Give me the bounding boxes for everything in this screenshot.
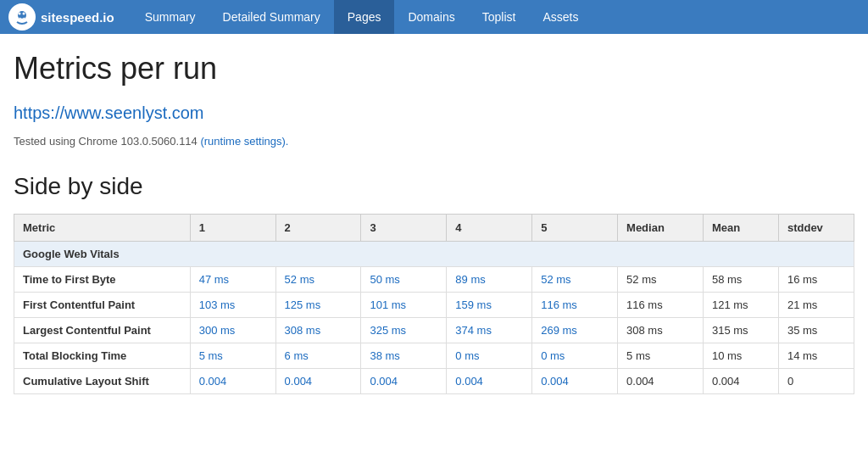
cell-col-1: 5 ms: [190, 343, 275, 369]
metric-value-link[interactable]: 0.004: [285, 375, 313, 388]
cell-col-2: 6 ms: [275, 343, 361, 369]
metrics-table: Metric 1 2 3 4 5 Median Mean stddev Goog…: [14, 214, 854, 394]
metric-value-link[interactable]: 325 ms: [370, 324, 406, 337]
metric-value-link[interactable]: 0 ms: [455, 349, 479, 362]
cell-col-2: 52 ms: [275, 267, 361, 293]
metric-value-link[interactable]: 308 ms: [285, 324, 321, 337]
cell-col-5: 269 ms: [532, 318, 618, 343]
cell-col-4: 374 ms: [447, 318, 532, 343]
cell-col-3: 50 ms: [361, 267, 447, 293]
nav-domains[interactable]: Domains: [394, 0, 468, 34]
tested-info: Tested using Chrome 103.0.5060.114 (runt…: [14, 135, 854, 148]
metric-value-link[interactable]: 38 ms: [370, 349, 399, 362]
cell-col-3: 325 ms: [361, 318, 447, 343]
logo-icon: [8, 3, 36, 31]
cell-col-5: 52 ms: [532, 267, 618, 293]
svg-point-1: [19, 13, 21, 15]
cell-col-3: 101 ms: [361, 293, 447, 318]
cell-col-2: 308 ms: [275, 318, 361, 343]
col-header-1: 1: [190, 215, 275, 242]
svg-point-2: [23, 13, 25, 15]
cell-col-5: 0 ms: [532, 343, 618, 369]
col-header-3: 3: [361, 215, 447, 242]
metric-value-link[interactable]: 52 ms: [541, 273, 570, 286]
metric-value-link[interactable]: 101 ms: [370, 298, 406, 311]
metric-value-link[interactable]: 159 ms: [455, 298, 492, 311]
page-title: Metrics per run: [14, 51, 854, 86]
cell-col-1: 0.004: [190, 369, 275, 394]
col-header-4: 4: [447, 215, 532, 242]
cell-col-8: 16 ms: [778, 267, 854, 293]
cell-col-5: 116 ms: [532, 293, 618, 318]
metric-value-link[interactable]: 6 ms: [285, 349, 309, 362]
metric-value-link[interactable]: 50 ms: [370, 273, 399, 286]
table-row: Time to First Byte47 ms52 ms50 ms89 ms52…: [14, 267, 854, 293]
metric-value-link[interactable]: 52 ms: [285, 273, 314, 286]
table-row: Largest Contentful Paint300 ms308 ms325 …: [14, 318, 854, 343]
table-row: Total Blocking Time5 ms6 ms38 ms0 ms0 ms…: [14, 343, 854, 369]
cell-col-7: 58 ms: [703, 267, 778, 293]
metric-value-link[interactable]: 47 ms: [199, 273, 229, 286]
cell-col-7: 10 ms: [703, 343, 778, 369]
cell-col-8: 0: [778, 369, 854, 394]
col-header-stddev: stddev: [778, 215, 854, 242]
nav-summary[interactable]: Summary: [131, 0, 209, 34]
tested-text: Tested using Chrome 103.0.5060.114: [14, 135, 198, 148]
table-row: First Contentful Paint103 ms125 ms101 ms…: [14, 293, 854, 318]
group-header-label: Google Web Vitals: [14, 242, 854, 267]
metric-value-link[interactable]: 374 ms: [455, 324, 492, 337]
main-content: Metrics per run https://www.seenlyst.com…: [0, 34, 868, 411]
cell-col-1: 103 ms: [190, 293, 275, 318]
cell-col-5: 0.004: [532, 369, 618, 394]
metric-value-link[interactable]: 269 ms: [541, 324, 577, 337]
col-header-mean: Mean: [703, 215, 778, 242]
col-header-median: Median: [618, 215, 704, 242]
metric-name: Time to First Byte: [14, 267, 191, 293]
table-row: Cumulative Layout Shift0.0040.0040.0040.…: [14, 369, 854, 394]
cell-col-6: 116 ms: [618, 293, 704, 318]
nav-toplist[interactable]: Toplist: [469, 0, 530, 34]
metric-value-link[interactable]: 103 ms: [199, 298, 236, 311]
cell-col-2: 0.004: [275, 369, 361, 394]
metric-value-link[interactable]: 116 ms: [541, 298, 577, 311]
cell-col-1: 47 ms: [190, 267, 275, 293]
cell-col-4: 0.004: [447, 369, 532, 394]
cell-col-6: 52 ms: [618, 267, 704, 293]
cell-col-8: 14 ms: [778, 343, 854, 369]
col-header-metric: Metric: [14, 215, 191, 242]
navbar: sitespeed.io Summary Detailed Summary Pa…: [0, 0, 868, 34]
cell-col-7: 121 ms: [703, 293, 778, 318]
group-header-row: Google Web Vitals: [14, 242, 854, 267]
nav-detailed-summary[interactable]: Detailed Summary: [209, 0, 334, 34]
metric-value-link[interactable]: 89 ms: [455, 273, 485, 286]
metric-name: Total Blocking Time: [14, 343, 191, 369]
nav-assets[interactable]: Assets: [529, 0, 592, 34]
col-header-2: 2: [275, 215, 361, 242]
cell-col-3: 38 ms: [361, 343, 447, 369]
metric-value-link[interactable]: 0.004: [541, 375, 569, 388]
table-header-row: Metric 1 2 3 4 5 Median Mean stddev: [14, 215, 854, 242]
cell-col-2: 125 ms: [275, 293, 361, 318]
metric-name: First Contentful Paint: [14, 293, 191, 318]
metric-value-link[interactable]: 0.004: [199, 375, 227, 388]
metric-value-link[interactable]: 5 ms: [199, 349, 223, 362]
cell-col-3: 0.004: [361, 369, 447, 394]
nav-pages[interactable]: Pages: [334, 0, 395, 34]
cell-col-8: 21 ms: [778, 293, 854, 318]
metric-value-link[interactable]: 300 ms: [199, 324, 236, 337]
cell-col-6: 308 ms: [618, 318, 704, 343]
metric-value-link[interactable]: 0 ms: [541, 349, 565, 362]
cell-col-4: 89 ms: [447, 267, 532, 293]
cell-col-1: 300 ms: [190, 318, 275, 343]
metric-value-link[interactable]: 0.004: [370, 375, 398, 388]
cell-col-7: 315 ms: [703, 318, 778, 343]
metric-value-link[interactable]: 125 ms: [285, 298, 321, 311]
cell-col-6: 5 ms: [618, 343, 704, 369]
metric-value-link[interactable]: 0.004: [455, 375, 483, 388]
section-title: Side by side: [14, 173, 854, 200]
metric-name: Cumulative Layout Shift: [14, 369, 191, 394]
runtime-settings-link[interactable]: (runtime settings).: [200, 135, 288, 148]
logo[interactable]: sitespeed.io: [8, 3, 114, 31]
metric-name: Largest Contentful Paint: [14, 318, 191, 343]
site-url-link[interactable]: https://www.seenlyst.com: [14, 103, 854, 123]
